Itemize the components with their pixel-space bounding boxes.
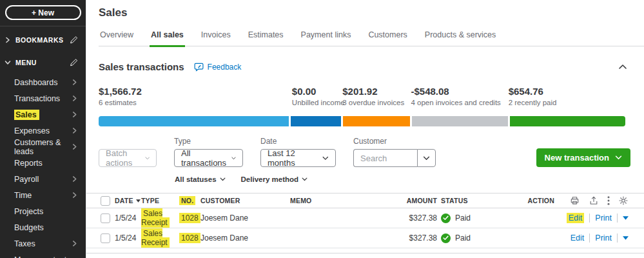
app-window: + New BOOKMARKS MENU Dashboards Transact…: [0, 0, 644, 258]
batch-actions-dropdown[interactable]: Batch actions: [99, 149, 157, 167]
check-circle-icon: [441, 233, 451, 243]
edit-menu-icon[interactable]: [69, 58, 78, 67]
cell-status: Paid: [438, 213, 503, 223]
cell-customer: Joesem Dane: [200, 213, 290, 223]
sidebar-item-projects[interactable]: Projects: [0, 203, 86, 219]
column-header-amount[interactable]: AMOUNT: [393, 197, 438, 204]
status-text: Paid: [455, 233, 471, 243]
export-list-button[interactable]: [589, 195, 599, 206]
edit-link[interactable]: Edit: [567, 213, 585, 223]
sidebar-item-customers-leads[interactable]: Customers & leads: [0, 139, 86, 155]
sidebar-item-sales[interactable]: Sales: [0, 106, 86, 123]
tab-payment-links[interactable]: Payment links: [300, 30, 353, 47]
sales-transactions-header: Sales transactions Feedback: [99, 61, 629, 73]
money-bar-segment-unbilled[interactable]: [291, 116, 340, 126]
sidebar-item-payroll[interactable]: Payroll: [0, 171, 86, 187]
chevron-right-icon: [72, 175, 77, 183]
column-header-memo[interactable]: MEMO: [290, 197, 393, 204]
print-link[interactable]: Print: [595, 213, 612, 223]
check-circle-icon: [441, 213, 451, 223]
no-header-highlight[interactable]: NO.: [179, 196, 195, 205]
action-divider: [589, 213, 590, 223]
chevron-right-icon: [72, 95, 77, 102]
tab-products-services[interactable]: Products & services: [424, 30, 497, 47]
column-header-no: NO.: [179, 197, 200, 204]
caret-down-icon: [623, 216, 629, 220]
money-bar-segment-estimates[interactable]: [99, 116, 289, 126]
table-row[interactable]: 1/5/24 Sales Receipt 1028 Joesem Dane $3…: [86, 208, 644, 228]
print-link[interactable]: Print: [595, 233, 612, 243]
chevron-down-icon: [423, 156, 430, 161]
type-highlight: Sales Receipt: [141, 228, 170, 248]
tab-bar: Overview All sales Invoices Estimates Pa…: [99, 30, 644, 46]
tab-overview[interactable]: Overview: [99, 30, 135, 47]
stat-recently-paid: $654.762 recently paid: [509, 86, 557, 106]
sidebar: + New BOOKMARKS MENU Dashboards Transact…: [0, 0, 86, 258]
new-button[interactable]: + New: [5, 5, 81, 20]
more-options-button[interactable]: [607, 195, 610, 206]
row-checkbox[interactable]: [101, 233, 110, 243]
chevron-right-icon: [72, 240, 77, 247]
table-settings-button[interactable]: [618, 195, 629, 206]
row-more-actions-button[interactable]: [623, 216, 629, 220]
new-transaction-button[interactable]: New transaction: [536, 148, 630, 167]
sidebar-item-dashboards[interactable]: Dashboards: [0, 74, 86, 90]
tab-invoices[interactable]: Invoices: [200, 30, 232, 47]
sidebar-item-my-accountant[interactable]: My accountant: [0, 252, 86, 258]
money-bar-segment-overdue[interactable]: [343, 116, 411, 126]
select-all-checkbox[interactable]: [101, 196, 110, 206]
chevron-right-icon: [72, 111, 77, 118]
money-bar-segment-open[interactable]: [412, 116, 508, 126]
tab-all-sales[interactable]: All sales: [150, 30, 185, 47]
sidebar-item-time[interactable]: Time: [0, 187, 86, 203]
tab-customers[interactable]: Customers: [367, 30, 408, 47]
feedback-link[interactable]: Feedback: [193, 62, 242, 72]
sidebar-item-transactions[interactable]: Transactions: [0, 90, 86, 106]
table-row[interactable]: 1/5/24 Sales Receipt 1028 Joesem Dane $3…: [86, 228, 644, 248]
edit-bookmarks-icon[interactable]: [69, 35, 78, 45]
caret-down-icon: [623, 236, 629, 240]
sidebar-item-expenses[interactable]: Expenses: [0, 123, 86, 139]
chevron-down-icon: [615, 155, 622, 160]
sidebar-item-reports[interactable]: Reports: [0, 155, 86, 171]
print-list-button[interactable]: [569, 195, 580, 206]
menu-section-header[interactable]: MENU: [0, 54, 86, 72]
all-statuses-dropdown[interactable]: All statuses: [175, 175, 226, 183]
action-divider: [617, 213, 618, 223]
row-checkbox[interactable]: [101, 213, 110, 223]
row-more-actions-button[interactable]: [623, 236, 629, 240]
column-header-date[interactable]: DATE: [115, 197, 141, 204]
cell-action: Edit Print: [503, 213, 629, 223]
date-filter-dropdown[interactable]: Last 12 months: [260, 149, 336, 167]
type-filter-dropdown[interactable]: All transactions: [174, 149, 243, 167]
chevron-down-icon: [145, 156, 150, 161]
bookmarks-section-header[interactable]: BOOKMARKS: [0, 31, 86, 49]
sidebar-item-budgets[interactable]: Budgets: [0, 219, 86, 235]
cell-status: Paid: [438, 233, 503, 243]
collapse-panel-button[interactable]: [617, 61, 629, 73]
column-header-customer[interactable]: CUSTOMER: [200, 197, 290, 204]
money-bar: $1,566.726 estimates $0.00Unbilled incom…: [99, 86, 625, 126]
customer-search-combo: [353, 149, 436, 167]
delivery-method-dropdown[interactable]: Delivery method: [241, 175, 307, 183]
edit-link[interactable]: Edit: [571, 233, 585, 243]
printer-icon: [569, 195, 580, 206]
chevron-right-icon: [72, 192, 77, 199]
column-header-type[interactable]: TYPE: [141, 197, 179, 204]
next-row-divider: [86, 253, 644, 253]
customer-search-input[interactable]: [353, 149, 417, 167]
filter-row: Batch actions Type All transactions Date…: [99, 137, 630, 167]
money-bar-segment-paid[interactable]: [510, 116, 625, 126]
customer-dropdown-button[interactable]: [417, 149, 436, 167]
customer-filter-label: Customer: [353, 137, 436, 146]
type-filter-group: Type All transactions: [174, 137, 243, 167]
sidebar-item-taxes[interactable]: Taxes: [0, 235, 86, 252]
column-header-status[interactable]: STATUS: [438, 197, 503, 204]
cell-action: Edit Print: [503, 233, 629, 243]
cell-customer: Joesem Dane: [200, 233, 290, 243]
bookmarks-label: BOOKMARKS: [15, 36, 69, 44]
date-filter-label: Date: [260, 137, 336, 146]
tab-estimates[interactable]: Estimates: [247, 30, 285, 47]
type-filter-label: Type: [174, 137, 243, 146]
column-header-action: ACTION: [503, 195, 629, 206]
